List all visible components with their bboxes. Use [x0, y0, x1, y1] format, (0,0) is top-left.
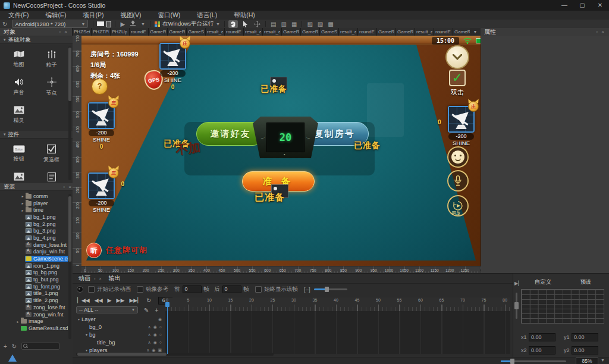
flip-vertical-icon[interactable]: ▨ — [318, 20, 323, 28]
last-frame-icon[interactable]: ▶▶▏ — [129, 297, 142, 303]
editor-tab[interactable]: GameSc — [187, 28, 206, 36]
x2-input[interactable]: 0.00 — [529, 346, 555, 354]
lock-icon[interactable]: ▣ — [158, 348, 162, 353]
editor-tab[interactable]: result_e — [206, 28, 225, 36]
double-click-checkbox[interactable]: ✓ — [449, 70, 466, 86]
visibility-eye-icon[interactable]: ◉ — [153, 332, 157, 337]
editor-tab[interactable]: GameR — [149, 28, 168, 36]
resource-item[interactable]: bg_4.png — [0, 234, 68, 241]
expand-arrow-icon[interactable]: ▾ — [84, 348, 89, 352]
palette-item-text[interactable]: 文本 — [35, 168, 68, 196]
editor-tab[interactable]: roundE — [130, 28, 149, 36]
resource-item[interactable]: title_1.png — [0, 290, 68, 297]
publish-dropdown-icon[interactable]: ▼ — [141, 20, 145, 28]
landscape-icon[interactable] — [97, 21, 104, 26]
menu-item-1[interactable]: 编辑(E) — [37, 11, 74, 20]
capture-icon[interactable]: ▥ — [281, 20, 286, 28]
editor-tab[interactable]: GameR — [453, 28, 470, 36]
layer-row[interactable]: bg_0∧◉○ — [74, 323, 164, 331]
expand-arrow-icon[interactable]: ▸ — [20, 194, 25, 198]
visibility-eye-icon[interactable]: ◉ — [153, 325, 157, 330]
resource-item[interactable]: bg_2.png — [0, 221, 68, 228]
resource-item[interactable]: danju_lose.fnt — [0, 241, 68, 249]
close-button[interactable]: ✕ — [591, 0, 609, 11]
resource-item[interactable]: icon_1.png — [0, 262, 68, 269]
objects-scrollbar[interactable] — [68, 46, 71, 180]
replay-button[interactable]: 回放 — [447, 195, 469, 216]
expand-arrow-icon[interactable]: ▸ — [20, 208, 25, 212]
palette-item-sound[interactable]: 声音 — [2, 73, 35, 101]
editor-tab[interactable]: roundE — [434, 28, 453, 36]
expand-arrow-icon[interactable]: ▾ — [76, 317, 81, 321]
palette-item-particle[interactable]: 粒子 — [35, 45, 68, 73]
tab-presets[interactable]: 预设 — [564, 278, 607, 286]
record-checkbox[interactable] — [88, 286, 95, 293]
section-controls[interactable]: ▾ 控件 — [0, 131, 73, 139]
menu-item-6[interactable]: 帮助(H) — [225, 11, 263, 20]
animation-clip-select[interactable]: -- ALL -- ▼ — [76, 306, 138, 313]
resource-item[interactable]: danju_win.fnt — [0, 249, 68, 256]
solo-circle-icon[interactable]: ○ — [159, 325, 162, 330]
run-platform-button[interactable]: 在Windows平台运行 ▼ — [155, 20, 220, 28]
panel-window-icons[interactable]: ▫ × — [596, 29, 605, 34]
player-seat[interactable]: 庄 -200 SHINE 0 — [88, 172, 115, 214]
expand-arrow-icon[interactable]: ▸ — [15, 319, 20, 324]
resource-item[interactable]: tg_bg.png — [0, 269, 68, 277]
loop-icon[interactable]: ↻ — [146, 297, 151, 303]
expand-arrow-icon[interactable]: ▸ — [20, 201, 25, 205]
editor-tab[interactable]: GameSc — [320, 28, 339, 36]
refresh-resources-icon[interactable]: ↻ — [12, 343, 17, 350]
editor-tab[interactable]: result_e — [263, 28, 282, 36]
resource-item[interactable]: bg_3.png — [0, 227, 68, 234]
chevron-down-icon[interactable]: ▼ — [601, 358, 605, 362]
curve-zoom-slider[interactable] — [516, 293, 517, 319]
resource-item[interactable]: ▸time — [0, 206, 68, 214]
editor-tab[interactable]: roundE — [358, 28, 377, 36]
editor-tab[interactable]: PHZTPl — [92, 28, 111, 36]
copy-icon[interactable]: ▤ — [271, 20, 276, 28]
palette-item-image[interactable]: 图片 — [2, 168, 35, 196]
visibility-eye-icon[interactable]: ◉ — [153, 340, 157, 345]
resource-item[interactable]: GameResult.csd — [0, 325, 68, 332]
curve-grid[interactable] — [521, 289, 604, 324]
menu-item-2[interactable]: 项目(P) — [74, 11, 112, 20]
add-clip-icon[interactable]: + — [155, 307, 158, 313]
resource-item[interactable]: zong_win.fnt — [0, 311, 68, 318]
tab-overflow-icon[interactable]: ▼ — [470, 28, 481, 36]
select-tool-icon[interactable] — [240, 20, 250, 28]
collapse-menu-button[interactable] — [445, 45, 469, 69]
resource-item[interactable]: tg_but.png — [0, 276, 68, 283]
preview-icon[interactable]: ▦ — [291, 20, 297, 28]
move-up-icon[interactable]: ∧ — [148, 332, 151, 337]
timeline-ruler[interactable]: 05101520253035404550556065707580 — [165, 297, 510, 312]
panel-window-icons[interactable]: ▫ × — [63, 184, 73, 190]
timeline-playhead[interactable] — [167, 302, 168, 354]
visibility-eye-icon[interactable]: ◉ — [158, 317, 162, 322]
palette-item-node[interactable]: 节点 — [35, 73, 68, 101]
resource-search-input[interactable] — [21, 343, 59, 350]
onion-range-slider[interactable] — [314, 288, 347, 290]
move-up-icon[interactable]: ∧ — [148, 340, 151, 345]
layer-tree-scrollbar[interactable] — [76, 353, 274, 356]
maximize-button[interactable]: ▢ — [573, 0, 591, 11]
onion-skin-icon[interactable]: [–] — [304, 286, 310, 293]
emoji-button[interactable] — [447, 146, 469, 168]
before-frames-input[interactable]: 0 — [183, 285, 202, 293]
editor-tab[interactable]: result_e — [244, 28, 263, 36]
help-coin-button[interactable]: ？ — [92, 79, 108, 95]
layer-row[interactable]: ▾Layer◉ — [74, 315, 164, 323]
x1-input[interactable]: 0.00 — [529, 333, 555, 341]
resource-item[interactable]: bg_1.png — [0, 214, 68, 221]
panel-window-icons[interactable]: ▫ × — [94, 277, 103, 281]
player-seat[interactable]: 庄 -200 SHINE 0 — [448, 106, 475, 147]
menu-item-0[interactable]: 文件(F) — [0, 11, 37, 20]
editor-tab[interactable]: GameR — [301, 28, 320, 36]
palette-item-map[interactable]: 地图 — [2, 45, 35, 73]
minimize-button[interactable]: — — [555, 0, 573, 11]
add-resource-icon[interactable]: + — [4, 343, 7, 350]
palette-item-checkbox[interactable]: 复选框 — [35, 140, 68, 168]
game-scene-canvas[interactable]: 15:00 房间号：160999 1/6局 剩余：4张 ？ GPS 邀请好友 复… — [81, 36, 481, 266]
editor-tab[interactable]: result_e — [339, 28, 358, 36]
editor-tab[interactable]: GameR — [282, 28, 301, 36]
expand-arrow-icon[interactable]: ▾ — [84, 332, 89, 337]
